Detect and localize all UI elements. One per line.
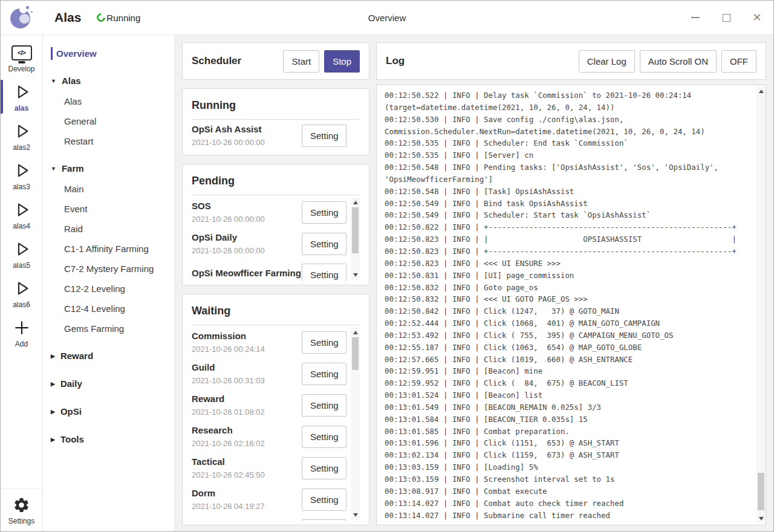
log-output: 00:12:50.522 | INFO | Delay task `Commis… xyxy=(377,85,766,525)
scroll-up-icon[interactable] xyxy=(353,201,358,204)
running-title: Running xyxy=(192,97,360,120)
pending-title: Pending xyxy=(192,172,360,195)
log-line: 00:12:59.951 | INFO | [Beacon] mine xyxy=(385,365,752,377)
log-line: 00:12:50.832 | INFO | Goto page_os xyxy=(385,282,752,294)
sidebar-item-alas4[interactable]: alas4 xyxy=(1,196,42,235)
pending-scrollbar[interactable] xyxy=(351,198,360,280)
nav-group-farm[interactable]: ▼Farm xyxy=(43,158,174,179)
maximize-icon xyxy=(723,14,730,22)
nav-item-c12-2-leveling[interactable]: C12-2 Leveling xyxy=(43,279,174,299)
sidebar-item-alas3[interactable]: alas3 xyxy=(1,157,42,196)
status-text: Running xyxy=(106,13,140,23)
task-setting-button[interactable]: Setting xyxy=(302,331,346,354)
waiting-list: Commission2021-10-26 00:24:14SettingGuil… xyxy=(192,326,360,521)
pending-panel: Pending SOS2021-10-26 00:00:00SettingOpS… xyxy=(182,164,369,285)
pending-list: SOS2021-10-26 00:00:00SettingOpSi Daily2… xyxy=(192,196,360,281)
sidebar-item-alas6[interactable]: alas6 xyxy=(1,274,42,314)
task-name: Guild xyxy=(192,362,302,373)
sidebar-item-alas5[interactable]: alas5 xyxy=(1,235,42,274)
nav-group-label: Daily xyxy=(60,378,82,389)
nav-item-gems-farming[interactable]: Gems Farming xyxy=(43,319,174,339)
task-setting-button[interactable]: Setting xyxy=(302,457,346,479)
nav-group-tools[interactable]: ▶Tools xyxy=(43,429,174,450)
task-time: 2021-10-26 04:19:27 xyxy=(192,502,302,511)
scrollbar-thumb[interactable] xyxy=(758,473,764,510)
sidebar-item-label: alas4 xyxy=(13,222,30,230)
scrollbar-thumb[interactable] xyxy=(352,337,359,370)
auto-scroll-off-button[interactable]: OFF xyxy=(721,50,756,73)
task-setting-button[interactable]: Setting xyxy=(302,363,346,385)
nav-item-restart[interactable]: Restart xyxy=(43,131,174,151)
nav-item-c7-2-mystery-farming[interactable]: C7-2 Mystery Farming xyxy=(43,259,174,279)
clear-log-button[interactable]: Clear Log xyxy=(579,50,635,73)
sidebar-item-label: Settings xyxy=(8,517,34,525)
sidebar-item-label: Develop xyxy=(8,65,34,73)
nav-item-overview[interactable]: Overview xyxy=(43,44,174,63)
task-info: Guild2021-10-26 00:31:03 xyxy=(192,362,302,385)
nav-item-general[interactable]: General xyxy=(43,111,174,131)
close-button[interactable]: ✕ xyxy=(753,13,761,22)
sidebar-item-settings[interactable]: Settings xyxy=(1,488,42,531)
scrollbar-thumb[interactable] xyxy=(352,207,359,253)
nav-group-reward[interactable]: ▶Reward xyxy=(43,345,174,366)
nav-group-daily[interactable]: ▶Daily xyxy=(43,373,174,394)
log-line: 00:12:50.549 | INFO | Scheduler: Start t… xyxy=(385,209,752,221)
auto-scroll-on-button[interactable]: Auto Scroll ON xyxy=(640,50,717,73)
running-panel: Running OpSi Ash Assist2021-10-26 00:00:… xyxy=(182,88,369,155)
nav-item-main[interactable]: Main xyxy=(43,179,174,199)
task-setting-button[interactable]: Setting xyxy=(302,233,346,255)
waiting-scrollbar[interactable] xyxy=(351,328,360,520)
stop-button[interactable]: Stop xyxy=(324,50,360,73)
minimize-button[interactable] xyxy=(691,13,700,22)
nav-item-c1-1-affinity-farming[interactable]: C1-1 Affinity Farming xyxy=(43,239,174,259)
scroll-up-icon[interactable] xyxy=(759,89,764,93)
scroll-down-icon[interactable] xyxy=(353,513,358,517)
task-info: OpSi Ash Assist2021-10-26 00:00:00 xyxy=(192,124,302,147)
log-line: 00:13:01.596 | INFO | Click (1151, 653) … xyxy=(385,437,752,449)
log-line: 00:12:57.665 | INFO | Click (1019, 660) … xyxy=(385,354,752,366)
sidebar-item-develop[interactable]: </>Develop xyxy=(1,39,42,78)
sidebar-item-alas2[interactable]: alas2 xyxy=(1,117,42,157)
task-setting-button[interactable]: Setting xyxy=(302,394,346,417)
task-time: 2021-10-26 00:31:03 xyxy=(192,376,302,385)
nav-item-alas[interactable]: Alas xyxy=(43,91,174,111)
task-row: Reward2021-10-26 01:08:02Setting xyxy=(192,389,346,421)
nav-group-alas[interactable]: ▼Alas xyxy=(43,70,174,91)
task-time: 2021-10-26 00:00:00 xyxy=(192,215,302,224)
task-setting-button[interactable]: Setting xyxy=(302,426,346,448)
nav-item-raid[interactable]: Raid xyxy=(43,219,174,239)
task-setting-button[interactable]: Setting xyxy=(302,519,346,521)
task-row: OpSi Ash Assist2021-10-26 00:00:00Settin… xyxy=(192,120,346,151)
scroll-down-icon[interactable] xyxy=(759,517,764,521)
scroll-up-icon[interactable] xyxy=(353,331,358,334)
task-info: Research2021-10-26 02:16:02 xyxy=(192,425,302,448)
triangle-down-icon: ▼ xyxy=(51,78,56,84)
task-name: OpSi Meowfficer Farming xyxy=(192,268,302,279)
task-setting-button[interactable]: Setting xyxy=(302,201,346,224)
start-button[interactable]: Start xyxy=(283,50,319,73)
task-time: 2021-10-26 02:16:02 xyxy=(192,439,302,448)
play-icon xyxy=(13,83,31,101)
sidebar-item-label: alas5 xyxy=(13,261,30,270)
task-row: ShopSetting xyxy=(192,515,346,521)
scroll-down-icon[interactable] xyxy=(353,273,358,277)
log-line: 00:13:02.134 | INFO | Click (1159, 673) … xyxy=(385,449,752,461)
task-time: 2021-10-26 01:08:02 xyxy=(192,407,302,417)
log-scrollbar[interactable] xyxy=(756,86,766,524)
minimize-icon xyxy=(691,17,700,18)
nav-group-opsi[interactable]: ▶OpSi xyxy=(43,401,174,422)
maximize-button[interactable] xyxy=(722,13,730,22)
sidebar-item-alas[interactable]: alas xyxy=(1,78,42,117)
waiting-title: Waiting xyxy=(192,302,360,325)
task-setting-button[interactable]: Setting xyxy=(302,488,346,511)
triangle-right-icon: ▶ xyxy=(51,436,55,443)
task-row: OpSi Daily2021-10-26 00:00:00Setting xyxy=(192,228,346,259)
nav-item-event[interactable]: Event xyxy=(43,199,174,219)
sidebar-item-add[interactable]: Add xyxy=(1,314,42,353)
log-line: 00:12:50.522 | INFO | Delay task `Commis… xyxy=(385,89,752,102)
task-setting-button[interactable]: Setting xyxy=(302,125,346,147)
task-info: Reward2021-10-26 01:08:02 xyxy=(192,394,302,417)
nav-item-c12-4-leveling[interactable]: C12-4 Leveling xyxy=(43,299,174,319)
task-time: 2021-10-26 02:45:50 xyxy=(192,470,302,479)
task-setting-button[interactable]: Setting xyxy=(302,264,346,281)
